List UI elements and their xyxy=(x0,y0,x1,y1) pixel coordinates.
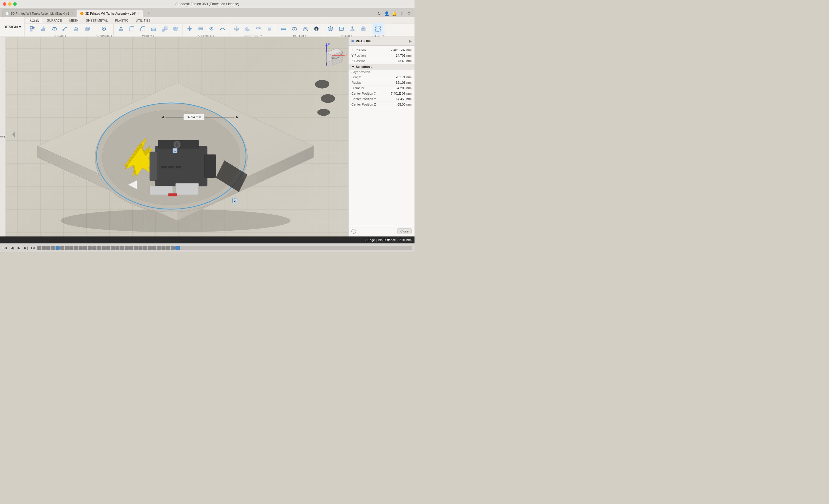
combine-tool[interactable] xyxy=(170,23,181,35)
timeline-item[interactable] xyxy=(152,246,156,250)
motion-link-tool[interactable] xyxy=(217,23,228,35)
tab-design-assembly[interactable]: 🟠 3D Printed Wii Tanks Assembly v16* × xyxy=(77,9,143,17)
z-position-row: Z Position 73.40 mm xyxy=(349,59,414,64)
automate-label: AUTOMATE ▾ xyxy=(96,35,112,38)
timeline-item[interactable] xyxy=(74,246,78,250)
timeline-item[interactable] xyxy=(102,246,106,250)
tab-plastic[interactable]: PLASTIC xyxy=(112,18,132,23)
svg-rect-100 xyxy=(168,193,177,196)
tab-sheet-metal[interactable]: SHEET METAL xyxy=(83,18,111,23)
timeline-item[interactable] xyxy=(124,246,129,250)
timeline-item[interactable] xyxy=(120,246,124,250)
browser-panel[interactable]: BROWSER xyxy=(0,37,6,236)
insert-svg-tool[interactable] xyxy=(336,23,347,35)
timeline-item[interactable] xyxy=(115,246,119,250)
measure-tool[interactable] xyxy=(278,23,289,35)
interference-tool[interactable] xyxy=(289,23,300,35)
joint-tool[interactable] xyxy=(184,23,195,35)
timeline-item[interactable] xyxy=(139,246,143,250)
close-button[interactable]: Close xyxy=(397,228,411,234)
design-dropdown[interactable]: DESIGN ▾ xyxy=(0,17,25,37)
plane-tangent-icon xyxy=(266,26,273,32)
user-icon[interactable]: ⊙ xyxy=(406,10,412,17)
offset-plane-tool[interactable] xyxy=(231,23,242,35)
tab-assembly-close-button[interactable]: × xyxy=(138,11,140,15)
timeline-item[interactable] xyxy=(65,246,69,250)
timeline-item[interactable] xyxy=(88,246,92,250)
window-controls[interactable] xyxy=(3,2,17,6)
timeline-item[interactable] xyxy=(129,246,133,250)
timeline-track[interactable] xyxy=(37,246,412,250)
z-position-value: 73.40 mm xyxy=(398,59,411,63)
timeline-item[interactable] xyxy=(42,246,46,250)
timeline-item[interactable] xyxy=(51,246,55,250)
info-icon[interactable]: i xyxy=(352,229,356,234)
timeline-item[interactable] xyxy=(56,246,60,250)
help-icon[interactable]: ? xyxy=(398,10,405,17)
minimize-button[interactable] xyxy=(8,2,11,6)
timeline-item[interactable] xyxy=(37,246,41,250)
viewport[interactable]: 32.94 mm 1 2 Z FRONT RIGHT X xyxy=(6,37,348,236)
box-tool[interactable] xyxy=(82,23,93,35)
zebra-tool[interactable] xyxy=(311,23,322,35)
timeline-item[interactable] xyxy=(111,246,115,250)
timeline-prev-button[interactable]: ◀ xyxy=(9,245,15,251)
decal-tool[interactable] xyxy=(358,23,369,35)
press-pull-tool[interactable] xyxy=(115,23,127,35)
timeline-item[interactable] xyxy=(166,246,170,250)
extrude-tool[interactable] xyxy=(38,23,49,35)
drive-joints-tool[interactable] xyxy=(206,23,217,35)
new-component-tool[interactable] xyxy=(27,23,38,35)
tab-surface[interactable]: SURFACE xyxy=(43,18,65,23)
new-tab-button[interactable]: + xyxy=(145,9,153,17)
sweep-tool[interactable] xyxy=(60,23,71,35)
timeline-item[interactable] xyxy=(171,246,175,250)
timeline-start-button[interactable]: ⏮ xyxy=(2,245,8,251)
chamfer-tool[interactable] xyxy=(137,23,148,35)
tab-design-black[interactable]: 📄 3D Printed Wii Tanks Assembly (Black) … xyxy=(2,9,76,17)
close-button[interactable] xyxy=(3,2,6,6)
timeline-next-button[interactable]: ▶| xyxy=(23,245,29,251)
timeline-end-button[interactable]: ⏭ xyxy=(30,245,36,251)
timeline-item[interactable] xyxy=(60,246,64,250)
timeline-item[interactable] xyxy=(143,246,147,250)
plane-angle-tool[interactable] xyxy=(242,23,253,35)
timeline-item[interactable] xyxy=(97,246,101,250)
tab-mesh[interactable]: MESH xyxy=(66,18,82,23)
expand-arrow-icon[interactable]: ▶ xyxy=(409,39,411,43)
revolve-tool[interactable] xyxy=(49,23,60,35)
tab-utilities[interactable]: UTILITIES xyxy=(133,18,154,23)
timeline-item[interactable] xyxy=(134,246,138,250)
shell-tool[interactable] xyxy=(148,23,159,35)
tab-close-button[interactable]: × xyxy=(71,11,73,15)
curvature-comb-tool[interactable] xyxy=(300,23,311,35)
rigid-group-tool[interactable] xyxy=(195,23,206,35)
maximize-button[interactable] xyxy=(13,2,17,6)
insert-dxf-tool[interactable] xyxy=(347,23,358,35)
loft-tool[interactable] xyxy=(71,23,82,35)
select-tool[interactable] xyxy=(372,23,384,35)
plane-tangent-tool[interactable] xyxy=(264,23,275,35)
center-x-label: Center Position X xyxy=(352,92,376,95)
automate-tool[interactable] xyxy=(99,23,109,35)
scale-tool[interactable] xyxy=(159,23,170,35)
timeline-item[interactable] xyxy=(161,246,166,250)
timeline-item[interactable] xyxy=(106,246,110,250)
insert-mesh-tool[interactable] xyxy=(325,23,336,35)
timeline-item[interactable] xyxy=(46,246,50,250)
timeline-play-button[interactable]: ▶ xyxy=(16,245,22,251)
selection2-header[interactable]: ▼ Selection 2 xyxy=(349,64,414,70)
timeline-item-active[interactable] xyxy=(175,246,180,250)
notification-icon[interactable]: 🔔 xyxy=(391,10,397,17)
refresh-icon[interactable]: ↻ xyxy=(376,10,382,17)
timeline-item[interactable] xyxy=(83,246,87,250)
timeline-item[interactable] xyxy=(157,246,161,250)
fillet-tool[interactable] xyxy=(127,23,137,35)
timeline-item[interactable] xyxy=(148,246,152,250)
timeline-item[interactable] xyxy=(79,246,83,250)
account-icon[interactable]: 👤 xyxy=(384,10,390,17)
midplane-tool[interactable] xyxy=(253,23,264,35)
timeline-item[interactable] xyxy=(69,246,73,250)
tab-solid[interactable]: SOLID xyxy=(26,18,43,23)
timeline-item[interactable] xyxy=(93,246,97,250)
